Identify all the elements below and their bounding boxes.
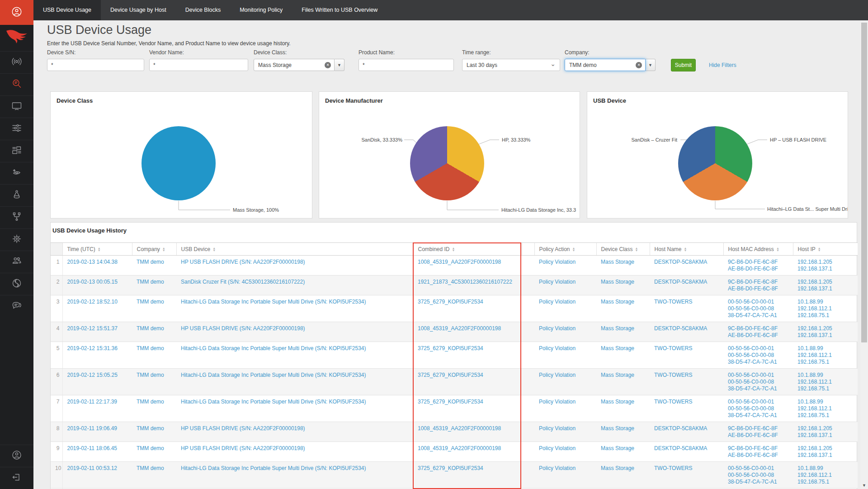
cell-time[interactable]: 2019-02-11 18:06.45 bbox=[62, 442, 132, 462]
tab-monitoring-policy[interactable]: Monitoring Policy bbox=[230, 0, 292, 20]
sidebar-item-users[interactable] bbox=[0, 251, 33, 273]
cell-time[interactable]: 2019-02-12 18:52.10 bbox=[62, 295, 132, 322]
device-class-pie[interactable] bbox=[142, 126, 216, 200]
cell-host-ip[interactable]: 10.1.88.99192.168.112.1192.168.75.1 bbox=[793, 369, 858, 395]
cell-device-class[interactable]: Mass Storage bbox=[596, 395, 650, 422]
cell-host-mac[interactable]: 00-50-56-C0-00-0100-50-56-C0-00-0838-D5-… bbox=[723, 342, 793, 369]
cell-host-name[interactable]: TWO-TOWERS bbox=[650, 462, 723, 489]
sidebar-item-profile[interactable] bbox=[0, 445, 33, 467]
sort-icon[interactable] bbox=[635, 247, 638, 252]
sidebar-item-sensor-signal[interactable] bbox=[0, 51, 33, 73]
col-policy-action[interactable]: Policy Action bbox=[534, 243, 596, 256]
scrollbar-thumb[interactable] bbox=[861, 23, 867, 342]
cell-device-class[interactable]: Mass Storage bbox=[596, 342, 650, 369]
cell-usb-device[interactable]: Hitachi-LG Data Storage Inc Portable Sup… bbox=[176, 395, 413, 422]
cell-host-mac[interactable]: 9C-B6-D0-FE-6C-8FAE-B6-D0-FE-6C-8F bbox=[723, 442, 793, 462]
cell-time[interactable]: 2019-02-11 00:53.12 bbox=[62, 462, 132, 489]
device-class-combobox[interactable]: Mass Storage ✕ bbox=[254, 59, 335, 71]
cell-policy-action[interactable]: Policy Violation bbox=[534, 275, 596, 295]
tab-usb-device-usage[interactable]: USB Device Usage bbox=[33, 0, 101, 20]
cell-host-name[interactable]: DESKTOP-5C8AKMA bbox=[650, 422, 723, 442]
cell-host-name[interactable]: TWO-TOWERS bbox=[650, 295, 723, 322]
sidebar-item-intelligence[interactable] bbox=[0, 273, 33, 295]
cell-combined-id[interactable]: 3725_6279_KOPI5UF2534 bbox=[413, 295, 522, 322]
cell-usb-device[interactable]: Hitachi-LG Data Storage Inc Portable Sup… bbox=[176, 369, 413, 395]
cell-time[interactable]: 2019-02-13 00:05.15 bbox=[62, 275, 132, 295]
cell-time[interactable]: 2019-02-12 15:51.37 bbox=[62, 322, 132, 342]
cell-time[interactable]: 2019-02-11 22:17.39 bbox=[62, 395, 132, 422]
col-host-name[interactable]: Host Name bbox=[650, 243, 723, 256]
cell-device-class[interactable]: Mass Storage bbox=[596, 275, 650, 295]
cell-host-name[interactable]: TWO-TOWERS bbox=[650, 395, 723, 422]
tab-files-written-to-usb-overview[interactable]: Files Written to USB Overview bbox=[292, 0, 387, 20]
cell-policy-action[interactable]: Policy Violation bbox=[534, 342, 596, 369]
cell-host-name[interactable]: DESKTOP-5C8AKMA bbox=[650, 256, 723, 275]
cell-combined-id[interactable]: 1008_45319_AA220F2F00000198 bbox=[413, 256, 522, 275]
cell-policy-action[interactable]: Policy Violation bbox=[534, 395, 596, 422]
sort-icon[interactable] bbox=[212, 247, 216, 252]
user-badge[interactable] bbox=[0, 0, 33, 25]
cell-host-mac[interactable]: 9C-B6-D0-FE-6C-8FAE-B6-D0-FE-6C-8F bbox=[723, 322, 793, 342]
sidebar-item-response[interactable] bbox=[0, 228, 33, 251]
cell-combined-id[interactable]: 1921_21873_4C530012360216107222 bbox=[413, 275, 522, 295]
cell-policy-action[interactable]: Policy Violation bbox=[534, 369, 596, 395]
time-range-select[interactable]: Last 30 days ⌄ bbox=[462, 59, 560, 71]
cell-device-class[interactable]: Mass Storage bbox=[596, 462, 650, 489]
sort-icon[interactable] bbox=[98, 247, 101, 252]
scrollbar-down-arrow-icon[interactable]: ▼ bbox=[860, 483, 868, 488]
sidebar-item-graph[interactable] bbox=[0, 206, 33, 228]
cell-company[interactable]: TMM demo bbox=[132, 369, 176, 395]
device-manufacturer-pie[interactable] bbox=[410, 126, 484, 200]
device-class-dropdown-icon[interactable]: ▼ bbox=[335, 59, 344, 71]
cell-policy-action[interactable]: Policy Violation bbox=[534, 322, 596, 342]
sidebar-item-configuration[interactable] bbox=[0, 118, 33, 140]
cell-host-ip[interactable]: 10.1.88.99192.168.112.1192.168.75.1 bbox=[793, 462, 858, 489]
cell-company[interactable]: TMM demo bbox=[132, 442, 176, 462]
sidebar-item-support[interactable] bbox=[0, 295, 33, 317]
cell-policy-action[interactable]: Policy Violation bbox=[534, 442, 596, 462]
cell-company[interactable]: TMM demo bbox=[132, 295, 176, 322]
cell-host-name[interactable]: TWO-TOWERS bbox=[650, 342, 723, 369]
company-clear-icon[interactable]: ✕ bbox=[636, 62, 642, 68]
cell-time[interactable]: 2019-02-12 15:05.25 bbox=[62, 369, 132, 395]
tab-device-usage-by-host[interactable]: Device Usage by Host bbox=[101, 0, 176, 20]
cell-company[interactable]: TMM demo bbox=[132, 462, 176, 489]
cell-usb-device[interactable]: HP USB FLASH DRIVE (S/N: AA220F2F0000019… bbox=[176, 256, 413, 275]
col-company[interactable]: Company bbox=[132, 243, 176, 256]
sidebar-item-investigate[interactable] bbox=[0, 73, 33, 95]
device-class-clear-icon[interactable]: ✕ bbox=[325, 62, 331, 68]
company-combobox[interactable]: TMM demo ✕ bbox=[565, 59, 646, 71]
cell-host-mac[interactable]: 9C-B6-D0-FE-6C-8FAE-B6-D0-FE-6C-8F bbox=[723, 422, 793, 442]
col-combined-id[interactable]: Combined ID bbox=[413, 243, 522, 256]
cell-host-name[interactable]: TWO-TOWERS bbox=[650, 369, 723, 395]
cell-combined-id[interactable]: 3725_6279_KOPI5UF2534 bbox=[413, 369, 522, 395]
cell-usb-device[interactable]: SanDisk Cruzer Fit (S/N: 4C5300123602161… bbox=[176, 275, 413, 295]
sidebar-item-dashboards[interactable] bbox=[0, 140, 33, 162]
cell-combined-id[interactable]: 3725_6279_KOPI5UF2534 bbox=[413, 342, 522, 369]
cell-device-class[interactable]: Mass Storage bbox=[596, 422, 650, 442]
hide-filters-link[interactable]: Hide Filters bbox=[709, 62, 736, 68]
cell-host-ip[interactable]: 192.168.1.205192.168.137.1 bbox=[793, 442, 858, 462]
cell-usb-device[interactable]: HP USB FLASH DRIVE (S/N: AA220F2F0000019… bbox=[176, 442, 413, 462]
cell-device-class[interactable]: Mass Storage bbox=[596, 442, 650, 462]
cell-host-mac[interactable]: 9C-B6-D0-FE-6C-8FAE-B6-D0-FE-6C-8F bbox=[723, 275, 793, 295]
sidebar-item-sandbox[interactable] bbox=[0, 184, 33, 206]
cell-time[interactable]: 2019-02-13 14:04.38 bbox=[62, 256, 132, 275]
sidebar-item-hosts[interactable] bbox=[0, 95, 33, 118]
cell-device-class[interactable]: Mass Storage bbox=[596, 369, 650, 395]
sort-icon[interactable] bbox=[818, 247, 821, 252]
company-dropdown-icon[interactable]: ▼ bbox=[646, 59, 656, 71]
cell-combined-id[interactable]: 1008_45319_AA220F2F00000198 bbox=[413, 442, 522, 462]
product-name-input[interactable] bbox=[359, 59, 454, 71]
usb-device-pie[interactable] bbox=[678, 126, 752, 200]
sort-icon[interactable] bbox=[572, 247, 576, 252]
cell-usb-device[interactable]: Hitachi-LG Data Storage Inc Portable Sup… bbox=[176, 462, 413, 489]
cell-company[interactable]: TMM demo bbox=[132, 275, 176, 295]
sidebar-item-discover[interactable] bbox=[0, 162, 33, 184]
cell-policy-action[interactable]: Policy Violation bbox=[534, 422, 596, 442]
cell-host-ip[interactable]: 192.168.1.205192.168.137.1 bbox=[793, 322, 858, 342]
cell-host-ip[interactable]: 192.168.1.205192.168.137.1 bbox=[793, 256, 858, 275]
cell-host-mac[interactable]: 00-50-56-C0-00-0100-50-56-C0-00-0838-D5-… bbox=[723, 369, 793, 395]
sidebar-item-logout[interactable] bbox=[0, 467, 33, 489]
cell-host-mac[interactable]: 9C-B6-D0-FE-6C-8FAE-B6-D0-FE-6C-8F bbox=[723, 256, 793, 275]
